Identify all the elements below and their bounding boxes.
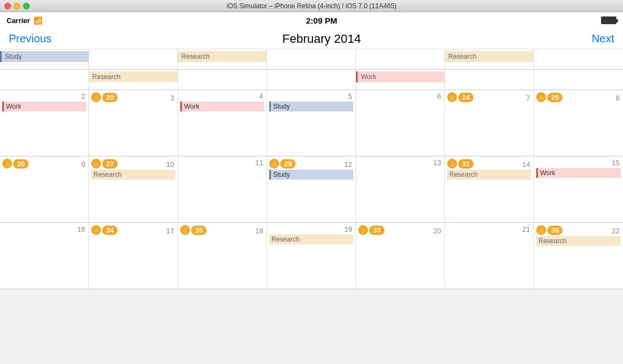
day-22[interactable]: △ 39 22 Research	[534, 223, 623, 289]
allday-cell-2-3	[267, 70, 356, 89]
research-event[interactable]: Research	[178, 51, 266, 62]
day-4[interactable]: 4 Work	[178, 90, 267, 156]
day-5[interactable]: 5 Study	[267, 90, 356, 156]
work-event[interactable]: Work	[2, 102, 86, 111]
day-events: Study	[269, 102, 353, 111]
day-20[interactable]: △ 37 20	[356, 223, 445, 289]
person-icon: △	[447, 159, 457, 169]
allday-row-1: Study Research Research	[0, 49, 623, 70]
title-bar-label: iOS Simulator – iPhone Retina (4-inch) /…	[226, 2, 396, 10]
minimize-button[interactable]	[14, 3, 20, 9]
month-title: February 2014	[282, 32, 361, 46]
research-event[interactable]: Research	[91, 170, 175, 180]
num-badge: 29	[280, 159, 296, 169]
week-row-3: 16 △ 34 17 △ 35 18 19 Research △	[0, 223, 623, 289]
day-18[interactable]: △ 35 18	[178, 223, 267, 289]
badge-row: △ 24 7	[447, 92, 531, 102]
person-icon: △	[91, 159, 101, 169]
person-icon: △	[447, 92, 457, 102]
wifi-icon: 📶	[34, 16, 42, 25]
num-badge: 35	[191, 226, 207, 235]
research-event-3[interactable]: Research	[89, 71, 177, 82]
allday-cell-1-5: Research	[445, 49, 534, 69]
carrier-label: Carrier	[7, 16, 30, 25]
day-9[interactable]: △ 26 9	[0, 156, 89, 222]
next-button[interactable]: Next	[592, 32, 614, 45]
badge-row: △ 26 9	[2, 159, 86, 169]
day-number: 16	[2, 224, 86, 233]
day-number: 9	[30, 159, 86, 169]
day-15[interactable]: 15 Work	[534, 156, 623, 222]
person-icon: △	[180, 225, 190, 235]
day-11[interactable]: 11	[178, 156, 267, 222]
num-badge: 37	[369, 226, 385, 235]
allday-cell-2-6	[534, 70, 623, 89]
day-events: Work	[2, 102, 86, 111]
research-event[interactable]: Research	[536, 236, 621, 246]
day-21[interactable]: 21	[445, 223, 534, 289]
day-14[interactable]: △ 31 14 Research	[445, 156, 534, 222]
day-12[interactable]: △ 29 12 Study	[267, 156, 356, 222]
day-17[interactable]: △ 34 17	[89, 223, 178, 289]
work-event[interactable]: Work	[180, 102, 264, 111]
research-event[interactable]: Research	[447, 170, 531, 180]
study-event[interactable]: Study	[0, 51, 88, 62]
research-event-2[interactable]: Research	[445, 51, 533, 62]
work-event[interactable]: Work	[536, 168, 621, 178]
allday-cell-1-4	[356, 49, 445, 69]
badge-row: △ 25 8	[536, 92, 621, 102]
num-badge: 24	[458, 93, 474, 102]
day-8[interactable]: △ 25 8	[534, 90, 623, 156]
battery-icon	[601, 16, 616, 24]
study-event[interactable]: Study	[269, 170, 353, 180]
research-event[interactable]: Research	[269, 234, 353, 244]
day-events: Work	[180, 102, 264, 111]
person-icon: △	[91, 92, 101, 102]
allday-cell-2-4: Work	[356, 70, 445, 89]
allday-cell-1-0: Study	[0, 49, 89, 69]
day-number: 15	[536, 158, 621, 167]
badge-row: △ 34 17	[91, 225, 175, 235]
prev-button[interactable]: Previous	[9, 32, 52, 45]
study-event[interactable]: Study	[269, 102, 353, 111]
day-number: 17	[119, 226, 175, 235]
work-event[interactable]: Work	[356, 71, 444, 82]
day-3[interactable]: △ 20 3	[89, 90, 178, 156]
day-6[interactable]: 6	[356, 90, 445, 156]
allday-cell-2-2	[178, 70, 267, 89]
day-number: 12	[297, 159, 353, 169]
day-19[interactable]: 19 Research	[267, 223, 356, 289]
title-bar: iOS Simulator – iPhone Retina (4-inch) /…	[0, 0, 623, 12]
day-number: 2	[2, 91, 86, 100]
day-number: 4	[180, 91, 264, 100]
day-number: 11	[180, 158, 264, 167]
day-number: 20	[386, 226, 442, 235]
day-number: 7	[475, 93, 531, 102]
badge-row: △ 29 12	[269, 159, 353, 169]
day-number: 19	[269, 224, 353, 233]
day-number: 22	[564, 226, 621, 235]
person-icon: △	[536, 225, 546, 235]
day-2[interactable]: 2 Work	[0, 90, 89, 156]
allday-cell-2-0	[0, 70, 89, 89]
badge-row: △ 20 3	[91, 92, 175, 102]
day-16[interactable]: 16	[0, 223, 89, 289]
status-left: Carrier 📶	[7, 16, 42, 25]
maximize-button[interactable]	[23, 3, 30, 9]
nav-bar: Previous February 2014 Next	[0, 29, 623, 49]
window-controls	[4, 3, 30, 9]
calendar: Study Research Research Research Work 2	[0, 49, 623, 289]
num-badge: 34	[102, 226, 118, 235]
day-number: 10	[119, 159, 175, 169]
day-13[interactable]: 13	[356, 156, 445, 222]
day-events: Research	[91, 170, 175, 180]
day-number: 21	[447, 224, 531, 233]
close-button[interactable]	[4, 3, 11, 9]
day-events: Work	[536, 168, 621, 178]
day-number: 18	[208, 226, 264, 235]
badge-row: △ 37 20	[358, 225, 442, 235]
status-bar: Carrier 📶 2:09 PM	[0, 12, 623, 29]
day-7[interactable]: △ 24 7	[445, 90, 534, 156]
status-time: 2:09 PM	[42, 16, 601, 25]
day-10[interactable]: △ 27 10 Research	[89, 156, 178, 222]
